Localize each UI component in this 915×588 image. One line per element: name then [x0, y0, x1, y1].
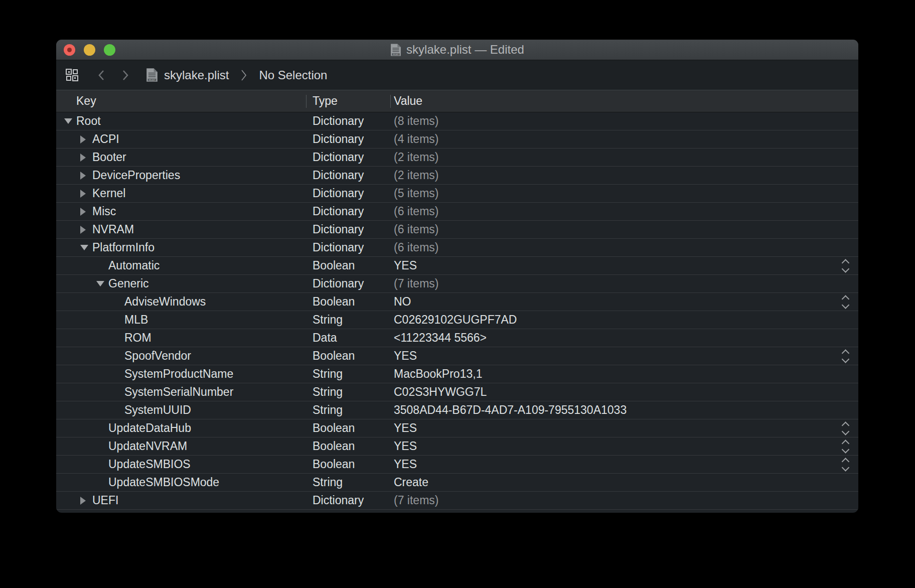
- value-stepper[interactable]: [842, 295, 849, 309]
- disclosure-triangle[interactable]: [80, 190, 92, 198]
- disclosure-triangle[interactable]: [96, 281, 108, 286]
- table-row[interactable]: Misc Dictionary (6 items): [56, 203, 858, 221]
- type-label: Boolean: [306, 421, 390, 435]
- disclosure-triangle[interactable]: [80, 245, 92, 250]
- column-header-value[interactable]: Value: [390, 94, 858, 108]
- window-title-group: PLIST skylake.plist — Edited: [390, 43, 524, 57]
- key-cell: SystemProductName: [56, 367, 306, 381]
- key-label: Generic: [108, 277, 149, 290]
- table-row[interactable]: UpdateDataHub Boolean YES: [56, 419, 858, 437]
- table-header: Key Type Value: [56, 90, 858, 112]
- related-items-button[interactable]: [65, 68, 79, 82]
- value-label: (2 items): [390, 169, 858, 182]
- table-row[interactable]: DeviceProperties Dictionary (2 items): [56, 167, 858, 185]
- value-stepper[interactable]: [842, 421, 849, 435]
- table-row[interactable]: ROM Data <11223344 5566>: [56, 329, 858, 347]
- disclosure-triangle[interactable]: [80, 226, 92, 234]
- go-forward-button[interactable]: [122, 69, 129, 81]
- type-label: String: [306, 313, 390, 327]
- key-label: Automatic: [108, 259, 160, 272]
- disclosure-triangle[interactable]: [64, 118, 76, 124]
- value-stepper[interactable]: [842, 258, 849, 273]
- close-button[interactable]: [64, 44, 75, 56]
- go-back-button[interactable]: [98, 69, 105, 81]
- key-label: Root: [76, 114, 101, 128]
- breadcrumb-selection[interactable]: No Selection: [259, 68, 327, 82]
- zoom-button[interactable]: [104, 44, 115, 56]
- table-row[interactable]: SystemProductName String MacBookPro13,1: [56, 365, 858, 383]
- key-cell: UpdateDataHub: [56, 421, 306, 435]
- value-label: (2 items): [390, 151, 858, 164]
- table-row[interactable]: MLB String C02629102GUGPF7AD: [56, 311, 858, 329]
- key-label: Booter: [92, 151, 126, 164]
- value-label: YES: [390, 349, 858, 363]
- value-stepper[interactable]: [842, 349, 849, 363]
- table-row[interactable]: AdviseWindows Boolean NO: [56, 293, 858, 311]
- key-label: DeviceProperties: [92, 169, 180, 182]
- title-bar[interactable]: PLIST skylake.plist — Edited: [56, 40, 858, 60]
- column-header-key[interactable]: Key: [56, 94, 306, 108]
- type-label: Dictionary: [306, 277, 390, 290]
- stepper-down-icon: [842, 303, 849, 309]
- table-row[interactable]: Root Dictionary (8 items): [56, 112, 858, 130]
- key-cell: DeviceProperties: [56, 169, 306, 182]
- table-row[interactable]: SystemSerialNumber String C02S3HYWGG7L: [56, 383, 858, 401]
- value-stepper[interactable]: [842, 439, 849, 454]
- breadcrumb-file[interactable]: skylake.plist: [164, 68, 229, 82]
- key-cell: SpoofVendor: [56, 349, 306, 363]
- value-label: (7 items): [390, 494, 858, 507]
- column-header-type[interactable]: Type: [306, 94, 390, 108]
- table-row[interactable]: PlatformInfo Dictionary (6 items): [56, 239, 858, 257]
- key-label: UpdateNVRAM: [108, 439, 187, 453]
- table-row[interactable]: SpoofVendor Boolean YES: [56, 347, 858, 365]
- value-label: YES: [390, 439, 858, 453]
- table-row[interactable]: SystemUUID String 3508AD44-B67D-4AD7-A10…: [56, 401, 858, 419]
- table-row[interactable]: Kernel Dictionary (5 items): [56, 185, 858, 203]
- table-row[interactable]: UEFI Dictionary (7 items): [56, 492, 858, 510]
- minimize-button[interactable]: [84, 44, 95, 56]
- disclosure-triangle[interactable]: [80, 208, 92, 216]
- table-row[interactable]: UpdateSMBIOSMode String Create: [56, 474, 858, 492]
- key-cell: MLB: [56, 313, 306, 327]
- type-label: Boolean: [306, 295, 390, 309]
- disclosure-triangle[interactable]: [80, 135, 92, 143]
- disclosure-triangle[interactable]: [80, 497, 92, 505]
- disclosure-triangle[interactable]: [80, 172, 92, 180]
- type-label: Boolean: [306, 458, 390, 471]
- table-row[interactable]: Generic Dictionary (7 items): [56, 275, 858, 293]
- table-row[interactable]: Booter Dictionary (2 items): [56, 149, 858, 167]
- key-label: Kernel: [92, 187, 125, 200]
- value-label: 3508AD44-B67D-4AD7-A109-7955130A1033: [390, 403, 858, 417]
- key-cell: UpdateNVRAM: [56, 439, 306, 453]
- column-divider[interactable]: [390, 95, 391, 108]
- key-cell: SystemUUID: [56, 403, 306, 417]
- value-label: <11223344 5566>: [390, 331, 858, 345]
- key-label: AdviseWindows: [124, 295, 206, 309]
- disclosure-triangle[interactable]: [80, 154, 92, 162]
- key-label: UpdateSMBIOSMode: [108, 476, 219, 489]
- key-cell: PlatformInfo: [56, 241, 306, 254]
- key-cell: Misc: [56, 205, 306, 218]
- svg-text:PLIST: PLIST: [393, 53, 399, 55]
- key-label: ROM: [124, 331, 151, 345]
- type-label: String: [306, 367, 390, 381]
- column-divider[interactable]: [306, 95, 307, 108]
- table-row[interactable]: UpdateSMBIOS Boolean YES: [56, 456, 858, 474]
- chevron-right-icon: [122, 69, 129, 81]
- table-row[interactable]: Automatic Boolean YES: [56, 257, 858, 275]
- key-cell: Booter: [56, 151, 306, 164]
- value-stepper[interactable]: [842, 457, 849, 472]
- key-label: UEFI: [92, 494, 118, 507]
- table-row[interactable]: ACPI Dictionary (4 items): [56, 130, 858, 149]
- value-label: YES: [390, 458, 858, 471]
- key-label: Misc: [92, 205, 116, 218]
- table-row[interactable]: UpdateNVRAM Boolean YES: [56, 437, 858, 456]
- stepper-down-icon: [842, 429, 849, 435]
- type-label: Dictionary: [306, 169, 390, 182]
- key-cell: Automatic: [56, 259, 306, 272]
- value-label: (5 items): [390, 187, 858, 200]
- type-label: Dictionary: [306, 151, 390, 164]
- table-row[interactable]: NVRAM Dictionary (6 items): [56, 221, 858, 239]
- key-cell: Root: [56, 114, 306, 128]
- type-label: Dictionary: [306, 114, 390, 128]
